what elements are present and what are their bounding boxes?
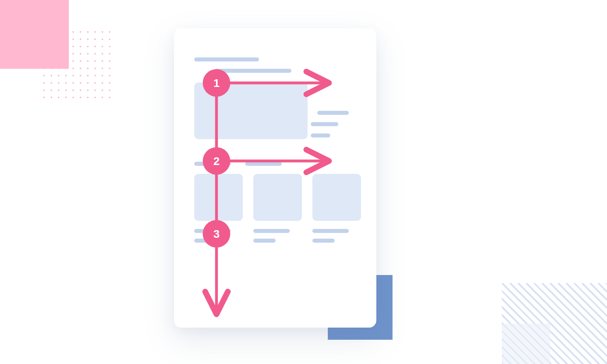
wireframe-text-line (312, 229, 349, 233)
decoration-pale-square (502, 324, 550, 364)
wireframe-gallery-item (253, 174, 302, 248)
wireframe-text-line (311, 122, 338, 126)
wireframe-text-line (317, 111, 349, 115)
wireframe-text-line (194, 162, 231, 166)
wireframe-text-line (253, 239, 276, 243)
wireframe-text-line (312, 239, 335, 243)
wireframe-text-line (194, 229, 231, 233)
wireframe-gallery (194, 174, 356, 248)
wireframe-thumbnail (312, 174, 361, 221)
wireframe-text-line (194, 239, 216, 243)
wireframe-gallery-item (312, 174, 361, 248)
wireframe-title-line (194, 57, 259, 61)
step-marker-2-icon (203, 147, 230, 175)
wireframe-thumbnail (194, 174, 243, 221)
wireframe-hero-row (194, 83, 356, 145)
decoration-pink-square (0, 0, 69, 69)
wireframe-text-line (311, 133, 330, 138)
wireframe-text-line (253, 229, 290, 233)
wireframe-subtitle-line (214, 69, 291, 73)
wireframe-subheading-row (194, 162, 356, 166)
wireframe-card: 1 2 3 (174, 28, 376, 328)
wireframe-gallery-item (194, 174, 243, 248)
wireframe-thumbnail (253, 174, 302, 221)
wireframe-text-line (245, 162, 282, 166)
wireframe-hero-image (194, 83, 308, 139)
